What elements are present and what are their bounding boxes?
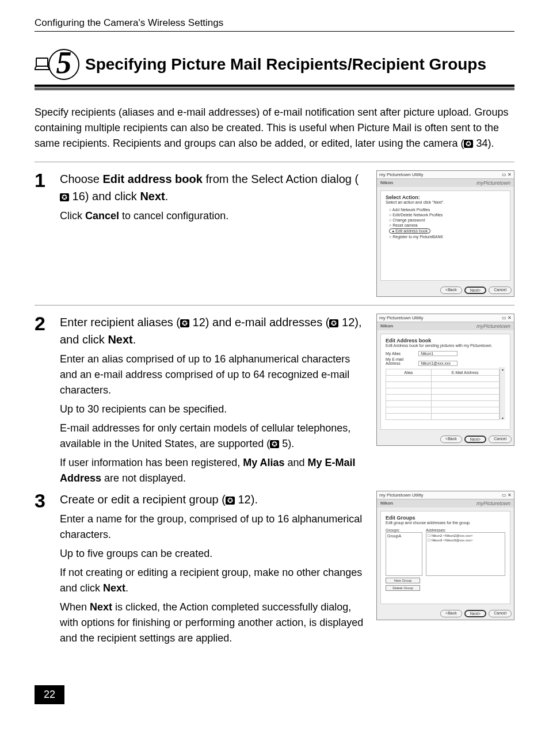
step-text: Up to 30 recipients can be specified. (60, 402, 366, 417)
groups-list[interactable]: GroupA (386, 532, 422, 576)
step-text: Up to five groups can be created. (60, 546, 366, 562)
chapter-number: 5 (48, 49, 79, 80)
reference-icon: ✪ (329, 319, 338, 327)
reference-icon: ✪ (180, 319, 189, 327)
reference-icon: ✪ (464, 140, 473, 148)
step-text: Enter a name for the group, comprised of… (60, 511, 366, 543)
step-lead: Create or edit a recipient group (✪ 12). (60, 491, 366, 508)
field-label: My Alias (386, 352, 417, 356)
panel-heading: Edit Groups (386, 515, 505, 521)
reference-icon: ✪ (226, 497, 235, 505)
step-1: 1 Choose Edit address book from the Sele… (35, 170, 514, 297)
radio-option[interactable]: ○ Register to my PictureBANK (389, 235, 505, 239)
next-button[interactable]: Next> (464, 287, 486, 294)
step-text: When Next is clicked, the Action complet… (60, 600, 366, 646)
window-controls-icon: ▭ ✕ (502, 492, 512, 498)
step-number: 2 (35, 314, 49, 486)
screenshot-edit-address-book: my Picturetown Utility ▭ ✕ Nikon myPictu… (376, 314, 514, 446)
window-title: my Picturetown Utility (379, 315, 423, 320)
step-text: If not creating or editing a recipient g… (60, 565, 366, 596)
list-item[interactable]: GroupA (387, 534, 421, 538)
step-3: 3 Create or edit a recipient group (✪ 12… (35, 491, 514, 646)
step-text: If user information has been registered,… (60, 455, 366, 486)
cancel-button[interactable]: Cancel (489, 287, 512, 294)
addresses-list[interactable]: ☐ Nikon2 <Nikon2@xxx.xxx> ☐ Nikon3 <Niko… (426, 532, 505, 576)
email-input[interactable]: Nikon1@xxx.xxx (418, 361, 458, 366)
brand-logo: myPicturetown (476, 323, 510, 329)
brand-label: Nikon (380, 180, 393, 186)
step-lead: Enter recipient aliases (✪ 12) and e-mai… (60, 314, 366, 348)
delete-group-button[interactable]: Delete Group (386, 585, 420, 591)
recipients-table: Alias E-Mail Address (386, 369, 500, 420)
list-item[interactable]: ☐ Nikon2 <Nikon2@xxx.xxx> (428, 534, 504, 539)
next-button[interactable]: Next> (464, 436, 486, 443)
divider (35, 305, 514, 306)
intro-paragraph: Specify recipients (aliases and e-mail a… (35, 105, 514, 151)
step-text: Enter an alias comprised of up to 16 alp… (60, 352, 366, 398)
cancel-button[interactable]: Cancel (489, 436, 512, 443)
panel-subtext: Edit group and choose addresses for the … (386, 521, 505, 525)
title-row: 5 Specifying Picture Mail Recipients/Rec… (35, 49, 514, 80)
screenshot-select-action: my Picturetown Utility ▭ ✕ Nikon myPictu… (376, 170, 514, 297)
step-number: 1 (35, 170, 49, 297)
brand-logo: myPicturetown (476, 501, 510, 506)
divider (35, 162, 514, 162)
radio-option[interactable]: ○ Add Network Profiles (389, 208, 505, 212)
step-number: 3 (35, 491, 49, 646)
back-button[interactable]: <Back (440, 436, 462, 443)
window-controls-icon: ▭ ✕ (502, 315, 512, 320)
reference-icon: ✪ (270, 440, 279, 448)
panel-subtext: Edit Address book for sending pictures w… (386, 343, 505, 348)
window-title: my Picturetown Utility (379, 172, 423, 177)
title-underline (35, 85, 514, 90)
radio-option[interactable]: ○ Reset camera (389, 223, 505, 227)
new-group-button[interactable]: New Group (386, 578, 420, 583)
page-title: Specifying Picture Mail Recipients/Recip… (85, 55, 514, 74)
column-header: Alias (386, 369, 432, 376)
brand-label: Nikon (380, 323, 393, 329)
section-header: Configuring the Camera's Wireless Settin… (35, 17, 514, 32)
brand-logo: myPicturetown (476, 180, 510, 186)
panel-heading: Edit Address book (386, 338, 505, 343)
radio-option-selected[interactable]: ● Edit address book (389, 228, 505, 234)
svg-rect-0 (36, 58, 48, 66)
field-label: My E-mail Address (386, 357, 417, 365)
step-2: 2 Enter recipient aliases (✪ 12) and e-m… (35, 314, 514, 486)
panel-subtext: Select an action and click "Next". (386, 200, 505, 204)
page-number: 22 (35, 685, 64, 704)
step-lead: Choose Edit address book from the Select… (60, 170, 366, 205)
step-text: E-mail addresses for only certain models… (60, 421, 366, 452)
window-title: my Picturetown Utility (379, 492, 423, 498)
next-button[interactable]: Next> (464, 610, 486, 617)
window-controls-icon: ▭ ✕ (502, 172, 512, 177)
cancel-button[interactable]: Cancel (489, 610, 512, 617)
screenshot-edit-groups: my Picturetown Utility ▭ ✕ Nikon myPictu… (376, 491, 514, 620)
back-button[interactable]: <Back (440, 610, 462, 617)
reference-icon: ✪ (60, 193, 69, 201)
column-header: E-Mail Address (431, 369, 499, 376)
field-label: Groups: (386, 528, 422, 532)
list-item[interactable]: ☐ Nikon3 <Nikon3@xxx.xxx> (428, 539, 504, 543)
radio-option[interactable]: ○ Change password (389, 218, 505, 222)
alias-input[interactable]: Nikon1 (418, 351, 458, 356)
field-label: Addresses: (426, 528, 505, 532)
radio-list: ○ Add Network Profiles ○ Edit/Delete Net… (386, 208, 505, 239)
panel-heading: Select Action: (386, 194, 505, 200)
back-button[interactable]: <Back (440, 287, 462, 294)
scrollbar[interactable]: ▴▾ (500, 367, 506, 420)
step-text: Click Cancel to cancel configuration. (60, 208, 366, 224)
radio-option[interactable]: ○ Edit/Delete Network Profiles (389, 213, 505, 217)
step-badge: 5 (35, 49, 79, 80)
brand-label: Nikon (380, 501, 393, 506)
